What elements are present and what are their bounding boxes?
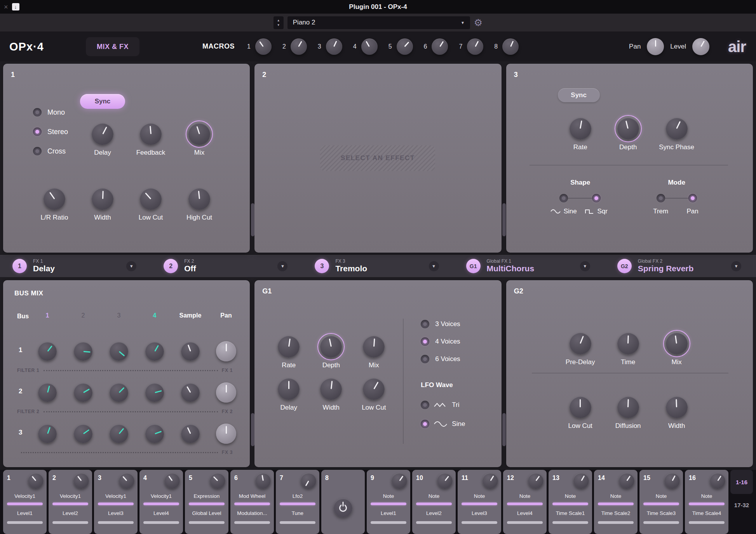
high-cut-knob[interactable] <box>188 188 210 210</box>
macro-knob-8[interactable] <box>502 38 519 55</box>
macro-slot-knob[interactable] <box>73 473 89 489</box>
low-cut-knob[interactable] <box>140 188 162 210</box>
pan-knob[interactable] <box>216 424 236 444</box>
page-17-32[interactable]: 17-32 <box>730 496 753 513</box>
delay-knob[interactable] <box>92 123 113 145</box>
sync-phase-knob[interactable] <box>666 118 688 140</box>
sync-button[interactable]: Sync <box>80 94 125 109</box>
pan-knob[interactable] <box>216 341 236 361</box>
mode-radio-pan[interactable] <box>688 194 697 202</box>
bus-knob[interactable] <box>74 424 92 443</box>
sample-knob[interactable] <box>181 383 200 402</box>
bus-knob[interactable] <box>145 342 164 361</box>
bus-col-3[interactable]: 3 <box>101 312 137 319</box>
macro-slot-knob[interactable] <box>437 473 453 489</box>
macro-slot-knob[interactable] <box>528 473 543 489</box>
macro-slot-knob[interactable] <box>301 473 316 489</box>
rate-knob[interactable] <box>570 118 591 140</box>
tab-mix-fx[interactable]: MIX & FX <box>86 37 139 56</box>
chevron-down-icon[interactable]: ▾ <box>126 261 136 271</box>
macro-knob-6[interactable] <box>432 38 448 55</box>
panel-splitter[interactable] <box>502 203 506 236</box>
chevron-down-icon[interactable]: ▾ <box>277 261 287 271</box>
shape-radio-sqr[interactable] <box>592 194 601 202</box>
rate-knob[interactable] <box>278 336 300 358</box>
macro-slot-knob[interactable] <box>28 473 44 489</box>
bus-knob[interactable] <box>145 383 164 402</box>
shape-option-sqr[interactable]: Sqr <box>575 208 618 215</box>
bus-knob[interactable] <box>110 383 128 402</box>
macro-knob-1[interactable] <box>255 38 272 55</box>
macro-knob-7[interactable] <box>467 38 483 55</box>
download-icon[interactable]: ↓ <box>12 3 19 10</box>
close-icon[interactable]: × <box>4 3 8 10</box>
gear-icon[interactable]: ⚙ <box>474 17 483 28</box>
fx-tab-3[interactable]: 3 FX 3Tremolo ▾ <box>302 255 453 277</box>
low-cut-knob[interactable] <box>570 396 591 418</box>
bus-knob[interactable] <box>38 342 57 361</box>
macro-slot-knob[interactable] <box>119 473 134 489</box>
fx-tab-g2[interactable]: G2 Global FX 2Spring Reverb ▾ <box>605 255 756 277</box>
bus-knob[interactable] <box>110 424 128 443</box>
stepper-down-icon[interactable]: ▼ <box>277 23 280 27</box>
radio-stereo[interactable]: Stereo <box>33 127 68 136</box>
pan-knob[interactable] <box>216 382 236 403</box>
depth-knob[interactable] <box>617 118 639 140</box>
radio-4-voices[interactable]: 4 Voices <box>421 337 460 346</box>
page-1-16[interactable]: 1-16 <box>730 470 753 494</box>
bus-col-4[interactable]: 4 <box>137 312 172 319</box>
macro-slot-knob[interactable] <box>619 473 634 489</box>
depth-knob[interactable] <box>320 336 342 358</box>
macro-knob-4[interactable] <box>361 38 378 55</box>
bus-col-2[interactable]: 2 <box>65 312 101 319</box>
time-knob[interactable] <box>617 333 639 354</box>
mode-radio-trem[interactable] <box>657 194 665 202</box>
bus-knob[interactable] <box>38 383 57 402</box>
chevron-down-icon[interactable]: ▾ <box>580 261 590 271</box>
width-knob[interactable] <box>92 188 113 210</box>
lr-ratio-knob[interactable] <box>44 188 65 210</box>
panel-splitter[interactable] <box>251 413 254 446</box>
radio-mono[interactable]: Mono <box>33 108 68 117</box>
panel-splitter[interactable] <box>251 203 254 236</box>
bus-col-1[interactable]: 1 <box>30 312 65 319</box>
fx-tab-2[interactable]: 2 FX 2Off ▾ <box>151 255 302 277</box>
lfo-option-tri[interactable]: Tri <box>421 401 459 409</box>
sync-button[interactable]: Sync <box>558 88 600 102</box>
fx-tab-1[interactable]: 1 FX 1Delay ▾ <box>0 255 151 277</box>
macro-slot-knob[interactable] <box>664 473 680 489</box>
power-button[interactable] <box>334 499 352 517</box>
chevron-down-icon[interactable]: ▾ <box>731 261 741 271</box>
lfo-option-sine[interactable]: Sine <box>421 420 465 428</box>
radio-6-voices[interactable]: 6 Voices <box>421 355 460 363</box>
macro-slot-knob[interactable] <box>710 473 725 489</box>
delay-knob[interactable] <box>278 378 300 400</box>
macro-slot-knob[interactable] <box>164 473 180 489</box>
level-knob[interactable] <box>692 38 709 55</box>
radio-3-voices[interactable]: 3 Voices <box>421 320 460 328</box>
fx-tab-g1[interactable]: G1 Global FX 1MultiChorus ▾ <box>454 255 605 277</box>
effect-placeholder[interactable]: SELECT AN EFFECT <box>320 145 435 171</box>
bus-knob[interactable] <box>145 424 164 443</box>
stepper-up-icon[interactable]: ▲ <box>277 19 280 22</box>
mix-knob[interactable] <box>666 333 688 354</box>
bus-knob[interactable] <box>110 342 128 361</box>
diffusion-knob[interactable] <box>617 396 639 418</box>
macro-slot-knob[interactable] <box>483 473 498 489</box>
pre-delay-knob[interactable] <box>570 333 591 354</box>
sample-knob[interactable] <box>181 342 200 361</box>
pan-knob[interactable] <box>647 38 664 55</box>
chevron-down-icon[interactable]: ▾ <box>429 261 439 271</box>
macro-slot-knob[interactable] <box>573 473 589 489</box>
macro-knob-2[interactable] <box>291 38 307 55</box>
mode-option-pan[interactable]: Pan <box>671 208 714 215</box>
macro-slot-knob[interactable] <box>392 473 407 489</box>
panel-splitter[interactable] <box>502 413 506 446</box>
macro-slot-knob[interactable] <box>210 473 225 489</box>
sample-knob[interactable] <box>181 424 200 443</box>
macro-knob-5[interactable] <box>397 38 413 55</box>
shape-radio-sine[interactable] <box>559 194 568 202</box>
width-knob[interactable] <box>666 396 688 418</box>
low-cut-knob[interactable] <box>363 378 385 400</box>
macro-knob-3[interactable] <box>326 38 342 55</box>
